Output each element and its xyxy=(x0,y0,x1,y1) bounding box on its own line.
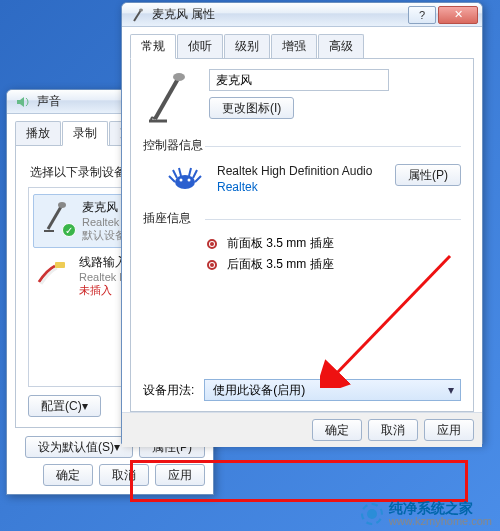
svg-point-5 xyxy=(180,179,183,182)
cancel-button[interactable]: 取消 xyxy=(368,419,418,441)
device-usage-select[interactable]: 使用此设备(启用) xyxy=(204,379,461,401)
mic-title: 麦克风 属性 xyxy=(152,6,406,23)
microphone-icon xyxy=(130,7,146,23)
configure-button[interactable]: 配置(C) ▾ xyxy=(28,395,101,417)
tab-enhance[interactable]: 增强 xyxy=(271,34,317,58)
controller-group-label: 控制器信息 xyxy=(143,137,461,154)
cancel-button[interactable]: 取消 xyxy=(99,464,149,486)
jack-group-label: 插座信息 xyxy=(143,210,461,227)
controller-properties-button[interactable]: 属性(P) xyxy=(395,164,461,186)
help-button[interactable]: ? xyxy=(408,6,436,24)
microphone-large-icon xyxy=(143,69,191,125)
jack-rear: 后面板 3.5 mm 插座 xyxy=(143,254,461,275)
jack-indicator-icon xyxy=(207,239,217,249)
set-default-button[interactable]: 设为默认值(S) ▾ xyxy=(25,436,133,458)
apply-button[interactable]: 应用 xyxy=(155,464,205,486)
tab-general[interactable]: 常规 xyxy=(130,34,176,59)
svg-point-0 xyxy=(58,202,66,208)
apply-button[interactable]: 应用 xyxy=(424,419,474,441)
ok-button[interactable]: 确定 xyxy=(312,419,362,441)
watermark-logo-icon xyxy=(361,503,383,525)
tab-advanced[interactable]: 高级 xyxy=(318,34,364,58)
speaker-icon xyxy=(15,94,31,110)
change-icon-button[interactable]: 更改图标(I) xyxy=(209,97,294,119)
usage-label: 设备用法: xyxy=(143,382,194,399)
ok-button[interactable]: 确定 xyxy=(43,464,93,486)
microphone-icon: ✓ xyxy=(38,199,74,235)
svg-rect-1 xyxy=(55,262,65,268)
svg-point-2 xyxy=(139,8,143,11)
tab-listen[interactable]: 侦听 xyxy=(177,34,223,58)
watermark: 纯净系统之家 www.kzmyhome.com xyxy=(361,500,492,527)
close-button[interactable]: ✕ xyxy=(438,6,478,24)
svg-point-3 xyxy=(173,73,185,81)
mic-properties-window: 麦克风 属性 ? ✕ 常规 侦听 级别 增强 高级 更改图标(I) xyxy=(121,2,483,444)
realtek-crab-icon xyxy=(167,164,203,194)
svg-point-4 xyxy=(175,175,195,189)
tab-playback[interactable]: 播放 xyxy=(15,121,61,145)
tab-levels[interactable]: 级别 xyxy=(224,34,270,58)
jack-indicator-icon xyxy=(207,260,217,270)
tab-recording[interactable]: 录制 xyxy=(62,121,108,146)
linein-icon xyxy=(35,254,71,290)
check-icon: ✓ xyxy=(62,223,76,237)
controller-name: Realtek High Definition Audio xyxy=(217,164,381,178)
svg-point-6 xyxy=(188,179,191,182)
jack-front: 前面板 3.5 mm 插座 xyxy=(143,233,461,254)
mic-tabs: 常规 侦听 级别 增强 高级 xyxy=(130,34,474,59)
vendor-link[interactable]: Realtek xyxy=(217,180,258,194)
device-name-input[interactable] xyxy=(209,69,389,91)
mic-titlebar[interactable]: 麦克风 属性 ? ✕ xyxy=(122,3,482,27)
